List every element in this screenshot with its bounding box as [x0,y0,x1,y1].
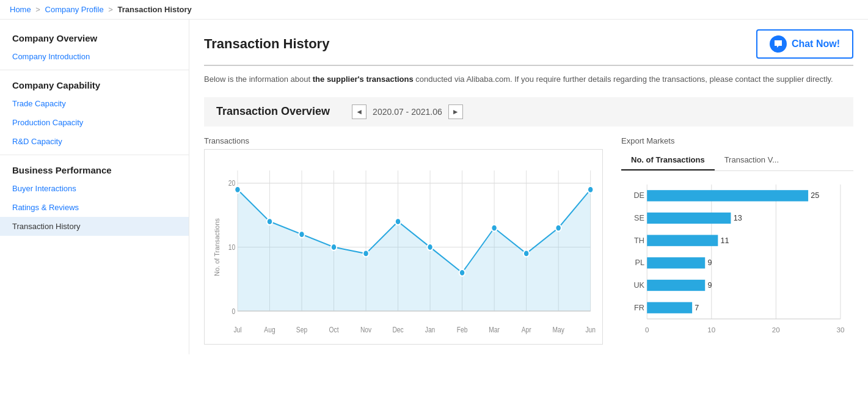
svg-text:25: 25 [811,191,819,200]
svg-text:TH: TH [634,236,644,245]
next-date-button[interactable]: ► [448,104,463,119]
svg-text:DE: DE [633,191,644,200]
svg-text:SE: SE [634,214,644,222]
prev-date-button[interactable]: ◄ [352,104,367,119]
svg-point-24 [427,244,432,250]
sidebar-divider-1 [0,70,189,70]
y-axis-label: No. of Transactions [211,157,221,338]
breadcrumb-sep2: > [108,5,115,14]
sidebar-item-transaction-history[interactable]: Transaction History [0,217,189,236]
svg-text:Dec: Dec [392,326,404,334]
line-chart-svg: 01020JulAugSepOctNovDecJanFebMarAprMayJu… [221,157,596,338]
sidebar-section-business-performance: Business Performance [0,159,189,179]
line-chart-wrap: No. of Transactions 01020JulAugSepOctNov… [204,149,603,345]
svg-text:20: 20 [772,326,780,334]
svg-text:Nov: Nov [360,326,372,334]
svg-text:Mar: Mar [489,326,500,334]
svg-text:Feb: Feb [457,326,468,334]
page-title: Transaction History [204,36,329,52]
chat-icon [770,35,787,53]
description-bold: the supplier's transactions [313,75,414,84]
svg-rect-64 [647,280,705,291]
breadcrumb-current: Transaction History [117,5,191,14]
svg-text:7: 7 [695,304,699,312]
overview-title: Transaction Overview [216,105,330,118]
svg-rect-52 [647,190,808,201]
charts-area: Transactions No. of Transactions 01020Ju… [204,136,853,345]
sidebar-item-buyer-interactions[interactable]: Buyer Interactions [0,179,189,198]
sidebar-divider-2 [0,155,189,155]
breadcrumb-company-profile[interactable]: Company Profile [45,5,104,14]
svg-rect-61 [647,257,705,268]
main-content: Transaction History Chat Now! Below is t… [189,20,868,354]
svg-text:Jan: Jan [425,326,436,334]
svg-point-29 [588,186,593,193]
transaction-overview-bar: Transaction Overview ◄ 2020.07 - 2021.06… [204,97,853,126]
chat-now-label: Chat Now! [792,38,840,49]
svg-text:9: 9 [707,258,712,267]
page-header: Transaction History Chat Now! [204,29,853,66]
svg-point-18 [235,186,240,193]
breadcrumb-home[interactable]: Home [10,5,31,14]
bar-chart-container: Export Markets No. of Transactions Trans… [621,136,853,345]
svg-point-19 [267,218,272,225]
svg-text:Aug: Aug [264,326,275,334]
svg-text:PL: PL [635,258,645,267]
date-nav: ◄ 2020.07 - 2021.06 ► [352,104,463,119]
bar-chart-svg: 0102030DE25SE13TH11PL9UK9FR7 [621,178,853,337]
svg-point-23 [395,218,401,225]
svg-text:Jul: Jul [233,326,241,334]
line-chart-label: Transactions [204,136,603,145]
svg-text:13: 13 [734,214,742,222]
svg-text:Jun: Jun [585,326,596,334]
tab-no-of-transactions[interactable]: No. of Transactions [621,150,715,170]
sidebar-section-company-overview: Company Overview [0,27,189,47]
svg-rect-55 [647,213,731,224]
svg-text:Sep: Sep [296,326,307,334]
svg-text:9: 9 [707,281,712,290]
svg-rect-67 [647,302,692,313]
export-markets-title: Export Markets [621,136,853,145]
svg-point-22 [363,250,368,257]
sidebar-item-rd-capacity[interactable]: R&D Capacity [0,132,189,151]
svg-text:May: May [552,326,564,334]
svg-text:10: 10 [228,243,235,251]
svg-text:Oct: Oct [329,326,340,334]
svg-text:30: 30 [836,326,844,334]
svg-text:Apr: Apr [522,326,531,334]
line-chart-container: Transactions No. of Transactions 01020Ju… [204,136,603,345]
date-range: 2020.07 - 2021.06 [373,107,442,117]
svg-text:20: 20 [228,179,235,187]
svg-point-28 [556,224,561,231]
svg-point-27 [523,250,529,257]
svg-text:11: 11 [721,236,729,245]
breadcrumb: Home > Company Profile > Transaction His… [0,0,868,20]
description-suffix: conducted via Alibaba.com. If you requir… [414,75,833,84]
svg-point-25 [459,269,465,276]
svg-point-21 [331,244,337,250]
svg-point-20 [299,231,304,238]
sidebar-item-ratings-reviews[interactable]: Ratings & Reviews [0,198,189,217]
sidebar-section-company-capability: Company Capability [0,74,189,94]
sidebar: Company Overview Company Introduction Co… [0,20,189,354]
description: Below is the information about the suppl… [204,73,853,86]
svg-point-26 [491,224,497,231]
svg-text:0: 0 [645,326,649,334]
sidebar-item-production-capacity[interactable]: Production Capacity [0,113,189,132]
svg-text:0: 0 [232,307,236,315]
svg-text:10: 10 [707,326,715,334]
tab-transaction-value[interactable]: Transaction V... [715,150,789,170]
svg-rect-58 [647,235,718,246]
chat-now-button[interactable]: Chat Now! [756,29,853,59]
bar-chart-tabs: No. of Transactions Transaction V... [621,150,853,171]
sidebar-item-trade-capacity[interactable]: Trade Capacity [0,94,189,113]
description-prefix: Below is the information about [204,75,313,84]
svg-text:UK: UK [633,281,644,290]
sidebar-item-company-introduction[interactable]: Company Introduction [0,47,189,66]
breadcrumb-sep1: > [35,5,42,14]
svg-text:FR: FR [634,304,644,312]
